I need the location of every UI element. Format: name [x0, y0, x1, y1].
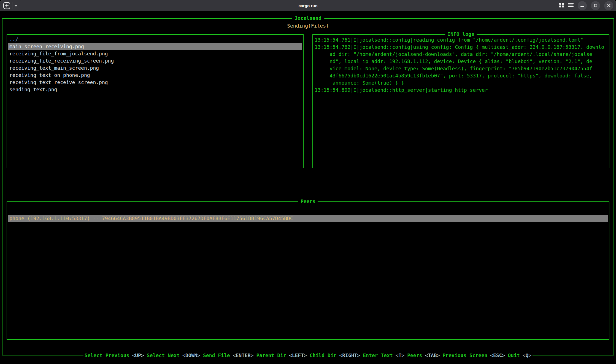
log-line: ad_dir: "/home/ardent/jocalsend-download… [315, 51, 607, 58]
keybinding-key-label: <DOWN> [182, 352, 200, 358]
info-logs-panel: INFO logs 13:15:54.761|I|jocalsend::conf… [312, 34, 609, 168]
peer-list-item[interactable]: phone (192.168.1.110:53317) -- 794664CA3… [8, 215, 608, 222]
log-line: 13:15:54.809|I|jocalsend::http_server|st… [315, 87, 607, 94]
log-line: 13:15:54.762|I|jocalsend::config|using c… [315, 44, 607, 51]
keybinding-help-bar: Select Previous<UP>Select Next<DOWN>Send… [83, 352, 533, 359]
keybinding-action-label: Peers [407, 352, 422, 358]
keybinding-help-item: Child Dir<RIGHT> [310, 352, 360, 358]
plus-icon [5, 4, 9, 7]
log-lines: 13:15:54.761|I|jocalsend::config|reading… [313, 35, 609, 94]
keybinding-help-item: Select Previous<UP> [85, 352, 144, 358]
log-line: announce: Some(true) } } [315, 79, 607, 87]
peers-title: Peers [298, 198, 318, 205]
app-frame: Jocalsend Sending(Files) ../main_screen_… [2, 18, 614, 355]
peers-panel: Peers phone (192.168.1.110:53317) -- 794… [7, 201, 609, 340]
tab-overview-button[interactable] [559, 3, 564, 9]
minimize-button[interactable] [578, 1, 587, 10]
close-button[interactable] [604, 1, 613, 10]
titlebar-separator [12, 2, 12, 9]
log-line: vice_model: None, device_type: Some(Head… [315, 65, 607, 72]
log-line: 43f6675db0cd1622e501ac4b859c13fb1eb07", … [315, 72, 607, 79]
keybinding-help-item: Quit<Q> [508, 352, 531, 358]
file-list-item[interactable]: sending_text.png [8, 86, 302, 93]
file-list-item[interactable]: receiving_text_on_phone.png [8, 72, 302, 79]
keybinding-key-label: <ESC> [490, 352, 505, 358]
chevron-down-icon [14, 3, 18, 8]
main-menu-button[interactable] [568, 3, 574, 8]
keybinding-help-item: Previous Screen<ESC> [443, 352, 505, 358]
window-titlebar: cargo run [0, 0, 616, 11]
close-icon [607, 3, 610, 8]
minimize-icon [580, 3, 584, 8]
keybinding-action-label: Select Previous [85, 352, 129, 358]
titlebar-left-controls [3, 0, 18, 11]
keybinding-action-label: Parent Dir [256, 352, 286, 358]
info-logs-title: INFO logs [445, 31, 477, 38]
terminal-screen[interactable]: Jocalsend Sending(Files) ../main_screen_… [0, 11, 616, 364]
keybinding-action-label: Select Next [147, 352, 180, 358]
keybinding-help-item: Parent Dir<LEFT> [256, 352, 307, 358]
titlebar-right-controls [559, 0, 613, 11]
tab-grid-icon [559, 3, 564, 9]
keybinding-key-label: <UP> [132, 352, 144, 358]
keybinding-key-label: <LEFT> [289, 352, 307, 358]
keybinding-help-item: Select Next<DOWN> [147, 352, 200, 358]
file-list-item[interactable]: receiving_file_receiving_screen.png [8, 57, 302, 64]
keybinding-help-item: Peers<TAB> [407, 352, 440, 358]
keybinding-action-label: Quit [508, 352, 520, 358]
new-tab-dropdown-button[interactable] [14, 3, 18, 8]
maximize-button[interactable] [591, 1, 600, 10]
keybinding-key-label: <ENTER> [233, 352, 254, 358]
app-title: Jocalsend [292, 15, 324, 22]
keybinding-action-label: Enter Text [363, 352, 393, 358]
file-list-item[interactable]: receiving_text_main_screen.png [8, 64, 302, 72]
file-list: ../main_screen_receiving.pngreceiving_fi… [7, 35, 303, 93]
keybinding-key-label: <T> [396, 352, 405, 358]
keybinding-help-item: Send File<ENTER> [203, 352, 253, 358]
keybinding-key-label: <TAB> [425, 352, 440, 358]
maximize-icon [594, 3, 597, 8]
file-list-item[interactable]: receiving_text_receive_screen.png [8, 79, 302, 86]
file-list-item[interactable]: ../ [8, 36, 302, 43]
keybinding-action-label: Child Dir [310, 352, 337, 358]
keybinding-key-label: <RIGHT> [339, 352, 360, 358]
keybinding-help-item: Enter Text<T> [363, 352, 404, 358]
keybinding-action-label: Send File [203, 352, 230, 358]
hamburger-menu-icon [568, 3, 574, 8]
keybinding-action-label: Previous Screen [443, 352, 488, 358]
file-list-item[interactable]: receiving_file_from_jocalsend.png [8, 50, 302, 57]
file-list-item[interactable]: main_screen_receiving.png [8, 43, 302, 50]
window-title: cargo run [0, 0, 616, 11]
keybinding-key-label: <Q> [523, 352, 532, 358]
app-mode-label: Sending(Files) [2, 22, 614, 29]
log-line: nd", local_ip_addr: 192.168.1.112, devic… [315, 58, 607, 65]
new-tab-button[interactable] [3, 2, 10, 9]
file-browser-panel: ../main_screen_receiving.pngreceiving_fi… [7, 34, 304, 168]
